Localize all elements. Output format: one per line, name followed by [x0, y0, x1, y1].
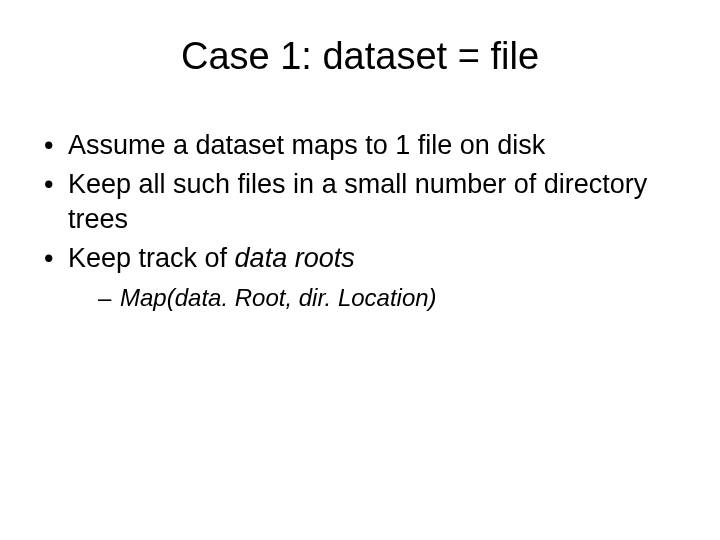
sub-item: Map(data. Root, dir. Location) — [98, 282, 690, 313]
bullet-item: Assume a dataset maps to 1 file on disk — [40, 128, 690, 163]
bullet-text: Assume a dataset maps to 1 file on disk — [68, 130, 545, 160]
bullet-item: Keep all such files in a small number of… — [40, 167, 690, 237]
bullet-text-italic: data roots — [235, 243, 355, 273]
bullet-item: Keep track of data roots Map(data. Root,… — [40, 241, 690, 313]
bullet-text-prefix: Keep track of — [68, 243, 235, 273]
sub-list: Map(data. Root, dir. Location) — [68, 282, 690, 313]
bullet-text: Keep all such files in a small number of… — [68, 169, 647, 234]
bullet-list: Assume a dataset maps to 1 file on disk … — [30, 128, 690, 314]
sub-item-text: Map(data. Root, dir. Location) — [120, 284, 437, 311]
slide-title: Case 1: dataset = file — [30, 35, 690, 78]
